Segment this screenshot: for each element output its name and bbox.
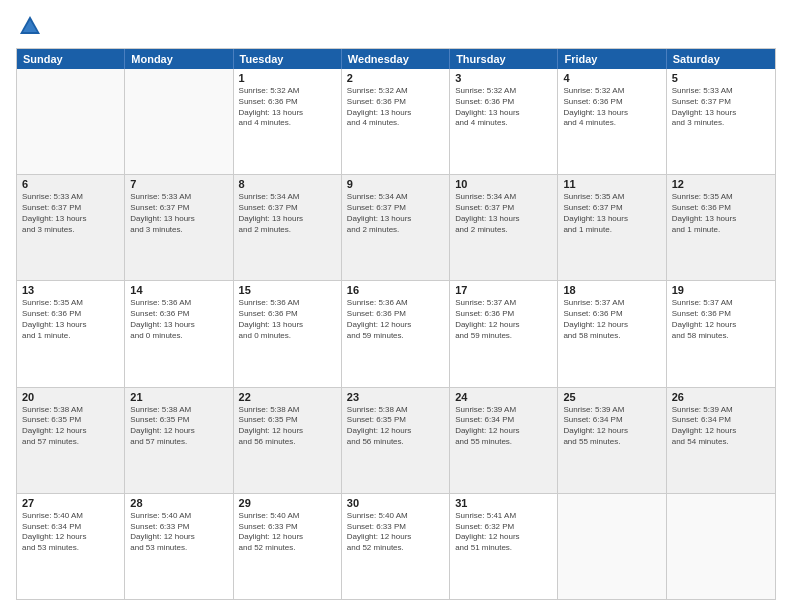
day-info: Sunrise: 5:40 AM Sunset: 6:33 PM Dayligh…	[239, 511, 336, 554]
day-info: Sunrise: 5:36 AM Sunset: 6:36 PM Dayligh…	[347, 298, 444, 341]
calendar-cell: 26Sunrise: 5:39 AM Sunset: 6:34 PM Dayli…	[667, 388, 775, 493]
day-info: Sunrise: 5:32 AM Sunset: 6:36 PM Dayligh…	[239, 86, 336, 129]
calendar-cell: 30Sunrise: 5:40 AM Sunset: 6:33 PM Dayli…	[342, 494, 450, 599]
day-number: 23	[347, 391, 444, 403]
day-info: Sunrise: 5:37 AM Sunset: 6:36 PM Dayligh…	[455, 298, 552, 341]
day-number: 21	[130, 391, 227, 403]
day-number: 31	[455, 497, 552, 509]
day-info: Sunrise: 5:41 AM Sunset: 6:32 PM Dayligh…	[455, 511, 552, 554]
day-number: 7	[130, 178, 227, 190]
day-info: Sunrise: 5:38 AM Sunset: 6:35 PM Dayligh…	[239, 405, 336, 448]
calendar-cell: 9Sunrise: 5:34 AM Sunset: 6:37 PM Daylig…	[342, 175, 450, 280]
day-number: 13	[22, 284, 119, 296]
header-day-friday: Friday	[558, 49, 666, 69]
calendar-row-3: 13Sunrise: 5:35 AM Sunset: 6:36 PM Dayli…	[17, 280, 775, 386]
day-info: Sunrise: 5:37 AM Sunset: 6:36 PM Dayligh…	[672, 298, 770, 341]
day-info: Sunrise: 5:40 AM Sunset: 6:34 PM Dayligh…	[22, 511, 119, 554]
header-day-thursday: Thursday	[450, 49, 558, 69]
day-number: 1	[239, 72, 336, 84]
calendar-cell: 14Sunrise: 5:36 AM Sunset: 6:36 PM Dayli…	[125, 281, 233, 386]
calendar-header: SundayMondayTuesdayWednesdayThursdayFrid…	[17, 49, 775, 69]
calendar-cell	[17, 69, 125, 174]
calendar-cell: 24Sunrise: 5:39 AM Sunset: 6:34 PM Dayli…	[450, 388, 558, 493]
day-number: 10	[455, 178, 552, 190]
day-number: 16	[347, 284, 444, 296]
day-info: Sunrise: 5:38 AM Sunset: 6:35 PM Dayligh…	[130, 405, 227, 448]
day-number: 9	[347, 178, 444, 190]
header-day-sunday: Sunday	[17, 49, 125, 69]
day-info: Sunrise: 5:37 AM Sunset: 6:36 PM Dayligh…	[563, 298, 660, 341]
day-number: 19	[672, 284, 770, 296]
page: SundayMondayTuesdayWednesdayThursdayFrid…	[0, 0, 792, 612]
calendar-cell: 2Sunrise: 5:32 AM Sunset: 6:36 PM Daylig…	[342, 69, 450, 174]
day-number: 25	[563, 391, 660, 403]
calendar-cell: 10Sunrise: 5:34 AM Sunset: 6:37 PM Dayli…	[450, 175, 558, 280]
calendar-row-4: 20Sunrise: 5:38 AM Sunset: 6:35 PM Dayli…	[17, 387, 775, 493]
calendar-row-2: 6Sunrise: 5:33 AM Sunset: 6:37 PM Daylig…	[17, 174, 775, 280]
day-info: Sunrise: 5:34 AM Sunset: 6:37 PM Dayligh…	[455, 192, 552, 235]
day-info: Sunrise: 5:36 AM Sunset: 6:36 PM Dayligh…	[239, 298, 336, 341]
day-info: Sunrise: 5:33 AM Sunset: 6:37 PM Dayligh…	[22, 192, 119, 235]
day-number: 30	[347, 497, 444, 509]
calendar-cell: 13Sunrise: 5:35 AM Sunset: 6:36 PM Dayli…	[17, 281, 125, 386]
day-info: Sunrise: 5:40 AM Sunset: 6:33 PM Dayligh…	[130, 511, 227, 554]
day-info: Sunrise: 5:38 AM Sunset: 6:35 PM Dayligh…	[22, 405, 119, 448]
calendar-cell: 12Sunrise: 5:35 AM Sunset: 6:36 PM Dayli…	[667, 175, 775, 280]
day-number: 11	[563, 178, 660, 190]
day-info: Sunrise: 5:36 AM Sunset: 6:36 PM Dayligh…	[130, 298, 227, 341]
calendar-cell: 4Sunrise: 5:32 AM Sunset: 6:36 PM Daylig…	[558, 69, 666, 174]
calendar-cell: 27Sunrise: 5:40 AM Sunset: 6:34 PM Dayli…	[17, 494, 125, 599]
day-number: 6	[22, 178, 119, 190]
calendar-cell: 15Sunrise: 5:36 AM Sunset: 6:36 PM Dayli…	[234, 281, 342, 386]
calendar-cell	[125, 69, 233, 174]
day-number: 14	[130, 284, 227, 296]
calendar-cell: 28Sunrise: 5:40 AM Sunset: 6:33 PM Dayli…	[125, 494, 233, 599]
day-info: Sunrise: 5:34 AM Sunset: 6:37 PM Dayligh…	[239, 192, 336, 235]
day-number: 8	[239, 178, 336, 190]
day-info: Sunrise: 5:35 AM Sunset: 6:36 PM Dayligh…	[22, 298, 119, 341]
day-number: 17	[455, 284, 552, 296]
calendar: SundayMondayTuesdayWednesdayThursdayFrid…	[16, 48, 776, 600]
logo-icon	[16, 12, 44, 40]
calendar-cell: 8Sunrise: 5:34 AM Sunset: 6:37 PM Daylig…	[234, 175, 342, 280]
calendar-body: 1Sunrise: 5:32 AM Sunset: 6:36 PM Daylig…	[17, 69, 775, 599]
calendar-cell: 25Sunrise: 5:39 AM Sunset: 6:34 PM Dayli…	[558, 388, 666, 493]
header-day-monday: Monday	[125, 49, 233, 69]
calendar-cell: 7Sunrise: 5:33 AM Sunset: 6:37 PM Daylig…	[125, 175, 233, 280]
day-info: Sunrise: 5:38 AM Sunset: 6:35 PM Dayligh…	[347, 405, 444, 448]
calendar-cell: 19Sunrise: 5:37 AM Sunset: 6:36 PM Dayli…	[667, 281, 775, 386]
day-info: Sunrise: 5:40 AM Sunset: 6:33 PM Dayligh…	[347, 511, 444, 554]
day-info: Sunrise: 5:32 AM Sunset: 6:36 PM Dayligh…	[347, 86, 444, 129]
day-number: 4	[563, 72, 660, 84]
calendar-cell	[558, 494, 666, 599]
day-number: 22	[239, 391, 336, 403]
day-number: 27	[22, 497, 119, 509]
day-number: 12	[672, 178, 770, 190]
day-number: 18	[563, 284, 660, 296]
day-number: 5	[672, 72, 770, 84]
calendar-cell: 11Sunrise: 5:35 AM Sunset: 6:37 PM Dayli…	[558, 175, 666, 280]
day-info: Sunrise: 5:33 AM Sunset: 6:37 PM Dayligh…	[672, 86, 770, 129]
day-number: 26	[672, 391, 770, 403]
day-info: Sunrise: 5:32 AM Sunset: 6:36 PM Dayligh…	[455, 86, 552, 129]
calendar-cell: 18Sunrise: 5:37 AM Sunset: 6:36 PM Dayli…	[558, 281, 666, 386]
calendar-cell: 20Sunrise: 5:38 AM Sunset: 6:35 PM Dayli…	[17, 388, 125, 493]
calendar-cell: 21Sunrise: 5:38 AM Sunset: 6:35 PM Dayli…	[125, 388, 233, 493]
logo	[16, 12, 48, 40]
calendar-cell: 22Sunrise: 5:38 AM Sunset: 6:35 PM Dayli…	[234, 388, 342, 493]
header	[16, 12, 776, 40]
calendar-cell: 5Sunrise: 5:33 AM Sunset: 6:37 PM Daylig…	[667, 69, 775, 174]
day-number: 28	[130, 497, 227, 509]
calendar-row-1: 1Sunrise: 5:32 AM Sunset: 6:36 PM Daylig…	[17, 69, 775, 174]
calendar-cell	[667, 494, 775, 599]
day-number: 2	[347, 72, 444, 84]
calendar-cell: 16Sunrise: 5:36 AM Sunset: 6:36 PM Dayli…	[342, 281, 450, 386]
calendar-cell: 1Sunrise: 5:32 AM Sunset: 6:36 PM Daylig…	[234, 69, 342, 174]
day-info: Sunrise: 5:34 AM Sunset: 6:37 PM Dayligh…	[347, 192, 444, 235]
day-info: Sunrise: 5:33 AM Sunset: 6:37 PM Dayligh…	[130, 192, 227, 235]
calendar-cell: 17Sunrise: 5:37 AM Sunset: 6:36 PM Dayli…	[450, 281, 558, 386]
day-number: 15	[239, 284, 336, 296]
calendar-cell: 23Sunrise: 5:38 AM Sunset: 6:35 PM Dayli…	[342, 388, 450, 493]
day-number: 20	[22, 391, 119, 403]
day-info: Sunrise: 5:32 AM Sunset: 6:36 PM Dayligh…	[563, 86, 660, 129]
